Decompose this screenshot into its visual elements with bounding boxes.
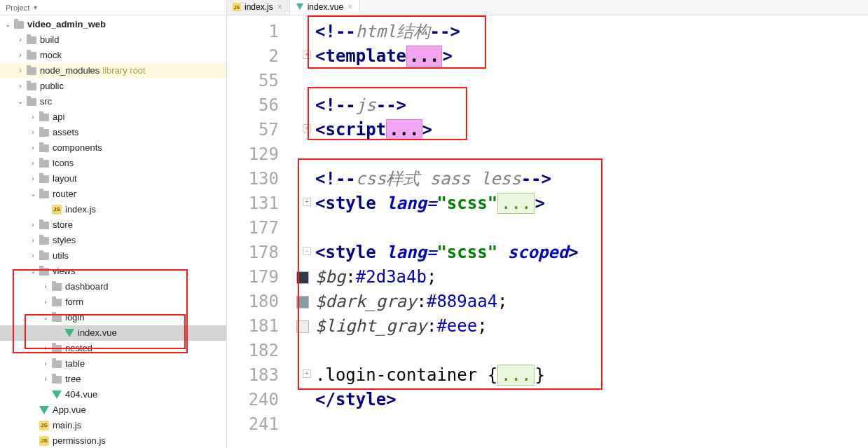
tree-folder[interactable]: ›icons <box>0 156 226 171</box>
line-number: 177 <box>227 216 291 240</box>
line-number: 130 <box>227 167 291 191</box>
chevron-down-icon[interactable]: ⌄ <box>15 95 25 109</box>
tree-file[interactable]: ·JSindex.js <box>0 202 226 217</box>
project-panel-header[interactable]: Project ▼ <box>0 0 226 15</box>
folder-icon <box>38 250 50 262</box>
color-swatch <box>291 167 314 191</box>
chevron-down-icon[interactable]: ⌄ <box>28 264 38 278</box>
tree-item-label: router <box>53 187 76 201</box>
chevron-right-icon[interactable]: › <box>15 33 25 47</box>
chevron-down-icon[interactable]: ⌄ <box>41 311 50 325</box>
fold-toggle-icon[interactable]: - <box>303 247 311 255</box>
tree-folder[interactable]: ›public <box>0 79 226 94</box>
code-line[interactable]: +.login-container {...} <box>314 363 868 388</box>
line-number: 181 <box>227 314 291 339</box>
tree-file[interactable]: ·App.vue <box>0 402 226 418</box>
tree-folder[interactable]: ›form <box>0 294 226 310</box>
tree-item-label: permission.js <box>53 434 106 448</box>
chevron-right-icon[interactable]: › <box>28 125 38 140</box>
chevron-right-icon[interactable]: › <box>28 141 38 155</box>
close-icon[interactable]: × <box>277 2 282 12</box>
folder-icon <box>38 235 50 246</box>
tree-folder[interactable]: ›table <box>0 356 226 372</box>
folder-icon <box>25 34 38 46</box>
chevron-right-icon[interactable]: › <box>15 64 25 78</box>
vue-file-icon <box>38 405 50 416</box>
chevron-down-icon[interactable]: ⌄ <box>28 187 38 201</box>
chevron-right-icon[interactable]: › <box>41 341 50 355</box>
folder-icon <box>38 127 50 138</box>
fold-toggle-icon[interactable]: + <box>303 369 311 378</box>
code-line[interactable]: $light_gray:#eee; <box>314 314 868 339</box>
code-line[interactable]: $bg:#2d3a4b; <box>314 265 868 290</box>
tree-folder[interactable]: ⌄login <box>0 310 226 325</box>
tree-folder[interactable]: ⌄router <box>0 186 226 202</box>
tree-folder[interactable]: ⌄src <box>0 94 226 109</box>
code-line[interactable]: +<style lang="scss"...> <box>314 191 868 216</box>
chevron-right-icon[interactable]: › <box>41 280 50 294</box>
chevron-right-icon[interactable]: › <box>28 249 38 263</box>
chevron-right-icon[interactable]: › <box>28 218 38 232</box>
chevron-right-icon[interactable]: › <box>41 295 50 309</box>
chevron-right-icon[interactable]: › <box>28 110 38 124</box>
tree-folder[interactable]: ›node_moduleslibrary root <box>0 63 226 79</box>
code-line[interactable]: $dark_gray:#889aa4; <box>314 290 868 314</box>
fold-toggle-icon[interactable]: + <box>303 50 311 59</box>
tree-folder[interactable]: ›store <box>0 217 226 233</box>
code-line[interactable] <box>314 216 868 240</box>
code-line[interactable] <box>314 339 868 363</box>
tree-file[interactable]: ·JSpermission.js <box>0 433 226 448</box>
editor-tab[interactable]: index.vue× <box>290 0 360 15</box>
code-line[interactable]: <!--js--> <box>314 93 868 118</box>
tree-folder[interactable]: ›dashboard <box>0 279 226 294</box>
tree-folder[interactable]: ›mock <box>0 48 226 63</box>
tree-folder[interactable]: ⌄views <box>0 264 226 279</box>
code-line[interactable]: </style> <box>314 388 868 412</box>
tree-folder[interactable]: ›utils <box>0 248 226 264</box>
chevron-right-icon[interactable]: › <box>41 357 50 371</box>
chevron-right-icon[interactable]: › <box>28 172 38 186</box>
chevron-right-icon[interactable]: › <box>15 48 25 62</box>
tree-folder[interactable]: ›styles <box>0 233 226 248</box>
code-line[interactable]: <!--css样式 sass less--> <box>314 167 868 191</box>
tab-label: index.vue <box>308 2 343 12</box>
tree-folder[interactable]: ›build <box>0 32 226 48</box>
tree-folder[interactable]: ›api <box>0 109 226 125</box>
code-line[interactable] <box>314 69 868 93</box>
project-tree[interactable]: ⌄ video_admin_web ›build›mock›node_modul… <box>0 15 226 448</box>
code-line[interactable] <box>314 142 868 167</box>
chevron-right-icon[interactable]: › <box>28 233 38 247</box>
chevron-right-icon[interactable]: › <box>28 156 38 170</box>
tree-folder[interactable]: ›tree <box>0 372 226 387</box>
tree-file[interactable]: ·404.vue <box>0 387 226 402</box>
fold-toggle-icon[interactable]: + <box>303 124 311 133</box>
chevron-down-icon[interactable]: ⌄ <box>3 18 13 32</box>
line-number: 1 <box>227 20 291 44</box>
project-root[interactable]: ⌄ video_admin_web <box>0 17 226 32</box>
code-line[interactable]: +<template...> <box>314 44 868 69</box>
folder-icon <box>38 158 50 169</box>
tree-folder[interactable]: ›assets <box>0 125 226 140</box>
folder-icon <box>50 312 63 323</box>
chevron-right-icon[interactable]: › <box>41 372 50 386</box>
tree-folder[interactable]: ›nested <box>0 341 226 356</box>
fold-toggle-icon[interactable]: + <box>303 198 311 206</box>
code-editor[interactable]: 1255565712913013117717817918018118218324… <box>227 15 868 448</box>
code-line[interactable] <box>314 412 868 437</box>
tree-file[interactable]: ·index.vue <box>0 325 226 341</box>
folder-icon <box>25 50 38 61</box>
code-area[interactable]: <!--html结构-->+<template...><!--js-->+<sc… <box>314 15 868 448</box>
line-number: 129 <box>227 142 291 167</box>
close-icon[interactable]: × <box>347 2 352 12</box>
code-line[interactable]: <!--html结构--> <box>314 20 868 44</box>
tree-folder[interactable]: ›components <box>0 140 226 156</box>
tree-file[interactable]: ·JSmain.js <box>0 418 226 433</box>
editor-tab[interactable]: JSindex.js× <box>227 0 290 15</box>
chevron-down-icon[interactable]: ▼ <box>32 4 39 11</box>
chevron-right-icon[interactable]: › <box>15 79 25 93</box>
code-line[interactable]: +<script...> <box>314 118 868 142</box>
folder-icon <box>50 297 63 308</box>
code-line[interactable]: -<style lang="scss" scoped> <box>314 240 868 265</box>
tree-folder[interactable]: ›layout <box>0 171 226 186</box>
tree-item-label: form <box>65 295 83 309</box>
